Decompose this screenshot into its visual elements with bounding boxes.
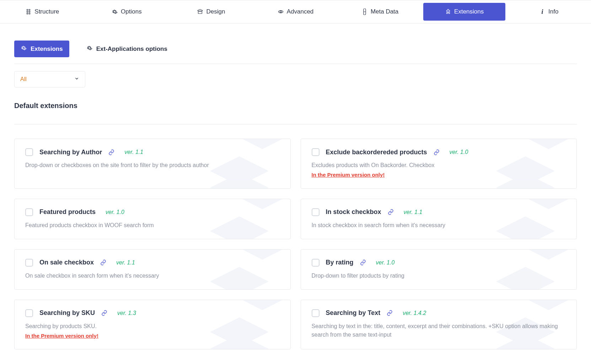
extension-description: Searching by products SKU.In the Premium… xyxy=(25,322,280,340)
card-header-row: Searching by SKUver. 1.3 xyxy=(25,309,280,317)
tab-options[interactable]: Options xyxy=(86,3,168,21)
svg-marker-5 xyxy=(525,139,571,149)
tab-extensions[interactable]: Extensions xyxy=(423,3,506,21)
card-header-row: On sale checkboxver. 1.1 xyxy=(25,259,280,267)
svg-marker-11 xyxy=(525,199,571,209)
svg-marker-17 xyxy=(525,249,571,260)
gear-icon xyxy=(112,9,118,15)
svg-marker-1 xyxy=(210,173,268,189)
card-header-row: Searching by Textver. 1.4.2 xyxy=(312,309,566,317)
extension-card: Searching by Textver. 1.4.2Searching by … xyxy=(301,300,577,350)
tab-structure[interactable]: Structure xyxy=(1,3,84,21)
extension-version: ver. 1.1 xyxy=(404,209,423,215)
subtab-extensions[interactable]: Extensions xyxy=(14,41,69,57)
extension-enable-checkbox[interactable] xyxy=(312,148,319,156)
extension-enable-checkbox[interactable] xyxy=(312,259,319,267)
tab-label: Options xyxy=(121,8,142,15)
extension-card: Exclude backordereded productsver. 1.0Ex… xyxy=(301,139,577,189)
sub-tab-bar: ExtensionsExt-Applications options xyxy=(14,23,577,64)
tab-info[interactable]: iInfo xyxy=(507,3,590,21)
decoration xyxy=(184,249,291,290)
tab-meta-data[interactable]: Meta Data xyxy=(339,3,421,21)
tab-advanced[interactable]: Advanced xyxy=(254,3,337,21)
extension-description: In stock checkbox in search form when it… xyxy=(312,221,566,230)
card-header-row: Exclude backordereded productsver. 1.0 xyxy=(312,148,566,156)
extension-description: Excludes products with On Backorder. Che… xyxy=(312,161,566,179)
card-header-row: By ratingver. 1.0 xyxy=(312,259,566,267)
svg-marker-14 xyxy=(239,249,285,260)
svg-marker-8 xyxy=(239,199,285,209)
tab-label: Extensions xyxy=(454,8,484,15)
card-header-row: In stock checkboxver. 1.1 xyxy=(312,208,566,216)
extension-description: Drop-down to filter ptoducts by rating xyxy=(312,272,566,280)
svg-marker-20 xyxy=(239,300,285,310)
filter-row: All xyxy=(14,64,577,102)
extension-title: Featured products xyxy=(39,208,96,216)
extension-description: Drop-down or checkboxes on the site fron… xyxy=(25,161,280,170)
extension-enable-checkbox[interactable] xyxy=(25,208,33,216)
extension-enable-checkbox[interactable] xyxy=(25,309,33,317)
meta-icon xyxy=(361,9,368,15)
extension-title: Searching by Text xyxy=(326,309,381,317)
svg-marker-13 xyxy=(210,283,268,289)
svg-marker-16 xyxy=(496,283,555,289)
tab-label: Advanced xyxy=(287,8,314,15)
extension-enable-checkbox[interactable] xyxy=(312,309,319,317)
extension-version: ver. 1.4.2 xyxy=(403,310,426,316)
subtab-ext-applications-options[interactable]: Ext-Applications options xyxy=(80,41,174,57)
extension-version: ver. 1.0 xyxy=(376,259,395,266)
extensions-icon xyxy=(445,9,451,15)
extension-version: ver. 1.1 xyxy=(124,149,143,155)
gear-icon xyxy=(21,45,27,53)
extension-description: Searching by text in the: title, content… xyxy=(312,322,566,339)
link-icon[interactable] xyxy=(100,259,106,266)
extension-enable-checkbox[interactable] xyxy=(312,208,319,216)
subtab-label: Ext-Applications options xyxy=(96,46,167,53)
info-icon: i xyxy=(539,9,546,15)
link-icon[interactable] xyxy=(108,149,114,155)
svg-marker-7 xyxy=(210,233,268,239)
extension-version: ver. 1.1 xyxy=(116,259,135,266)
extension-version: ver. 1.0 xyxy=(450,149,468,155)
design-icon xyxy=(197,9,203,15)
gear-icon xyxy=(86,45,93,53)
svg-marker-23 xyxy=(525,300,571,310)
premium-notice-link[interactable]: In the Premium version only! xyxy=(312,171,566,179)
card-header-row: Featured productsver. 1.0 xyxy=(25,208,280,216)
tab-label: Meta Data xyxy=(371,8,398,15)
subtab-label: Extensions xyxy=(31,46,63,53)
extension-description: On sale checkbox in search form when it'… xyxy=(25,272,280,280)
extension-card: Searching by SKUver. 1.3Searching by pro… xyxy=(14,300,291,350)
link-icon[interactable] xyxy=(101,310,107,316)
card-header-row: Searching by Authorver. 1.1 xyxy=(25,148,280,156)
extension-card: By ratingver. 1.0Drop-down to filter pto… xyxy=(301,249,577,290)
advanced-icon xyxy=(278,9,284,15)
structure-icon xyxy=(25,9,32,15)
extension-card: In stock checkboxver. 1.1In stock checkb… xyxy=(301,199,577,239)
main-tab-bar: StructureOptionsDesignAdvancedMeta DataE… xyxy=(0,0,591,23)
extension-version: ver. 1.0 xyxy=(106,209,124,215)
extension-enable-checkbox[interactable] xyxy=(25,259,33,267)
premium-notice-link[interactable]: In the Premium version only! xyxy=(25,332,280,340)
tab-label: Info xyxy=(548,8,558,15)
section-title: Default extensions xyxy=(14,102,577,124)
tab-design[interactable]: Design xyxy=(170,3,252,21)
link-icon[interactable] xyxy=(434,149,440,155)
link-icon[interactable] xyxy=(388,209,394,215)
extension-title: Searching by Author xyxy=(39,149,102,156)
extension-enable-checkbox[interactable] xyxy=(25,148,33,156)
decoration xyxy=(470,249,577,290)
svg-marker-10 xyxy=(496,233,555,239)
extension-title: Searching by SKU xyxy=(39,309,95,317)
extension-card: Featured productsver. 1.0Featured produc… xyxy=(14,199,291,239)
extension-version: ver. 1.3 xyxy=(117,310,136,316)
tab-label: Design xyxy=(206,8,225,15)
extension-title: In stock checkbox xyxy=(326,208,381,216)
svg-marker-2 xyxy=(239,139,285,149)
decoration xyxy=(184,199,291,239)
link-icon[interactable] xyxy=(360,259,366,266)
extension-title: Exclude backordereded products xyxy=(326,149,427,156)
link-icon[interactable] xyxy=(387,310,393,316)
category-filter-select[interactable]: All xyxy=(14,71,85,87)
extension-title: On sale checkbox xyxy=(39,259,94,266)
